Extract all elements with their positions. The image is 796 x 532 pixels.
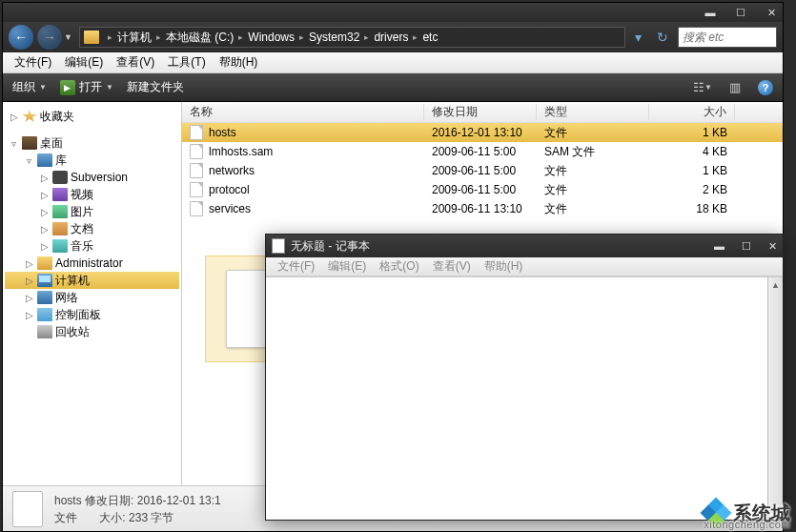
preview-pane-button[interactable]: ▥ (725, 79, 745, 96)
breadcrumb-segment[interactable]: Windows (248, 31, 295, 44)
chevron-down-icon: ▼ (106, 83, 113, 92)
tree-administrator[interactable]: ▷Administrator (5, 255, 179, 272)
col-name[interactable]: 名称 (182, 104, 424, 120)
menu-help[interactable]: 帮助(H) (214, 52, 264, 72)
menu-tools[interactable]: 工具(T) (162, 52, 211, 72)
breadcrumb-segment[interactable]: 本地磁盘 (C:) (166, 30, 234, 46)
breadcrumb-segment[interactable]: System32 (309, 31, 359, 44)
tree-network[interactable]: ▷网络 (5, 289, 179, 306)
col-size[interactable]: 大小 (649, 104, 735, 120)
file-icon (190, 201, 203, 216)
file-date: 2016-12-01 13:10 (424, 126, 537, 139)
breadcrumb-segment[interactable]: etc (422, 31, 438, 44)
file-type: 文件 (537, 182, 649, 198)
file-type: 文件 (537, 201, 649, 217)
explorer-titlebar: ▬ ☐ ✕ (3, 3, 783, 22)
notepad-minimize-button[interactable]: ▬ (714, 240, 725, 253)
file-size: 18 KB (649, 202, 735, 215)
computer-icon (37, 274, 52, 287)
tree-music[interactable]: ▷音乐 (5, 237, 179, 255)
help-button[interactable]: ? (758, 80, 773, 95)
file-row[interactable]: networks2009-06-11 5:00文件1 KB (182, 161, 783, 180)
notepad-titlebar[interactable]: 无标题 - 记事本 ▬ ☐ ✕ (266, 235, 783, 257)
star-icon (22, 110, 37, 123)
maximize-button[interactable]: ☐ (735, 7, 746, 18)
tree-favorites[interactable]: ▷收藏夹 (5, 108, 179, 125)
col-date[interactable]: 修改日期 (424, 104, 537, 120)
notepad-maximize-button[interactable]: ☐ (742, 240, 751, 253)
menu-view[interactable]: 查看(V) (111, 52, 160, 72)
notepad-close-button[interactable]: ✕ (768, 240, 777, 253)
file-row[interactable]: lmhosts.sam2009-06-11 5:00SAM 文件4 KB (182, 142, 783, 161)
refresh-dropdown-icon[interactable]: ▾ (635, 30, 642, 45)
file-size: 4 KB (649, 145, 735, 158)
tree-pictures[interactable]: ▷图片 (5, 203, 179, 220)
file-row[interactable]: protocol2009-06-11 5:00文件2 KB (182, 180, 783, 199)
file-date: 2009-06-11 5:00 (424, 145, 537, 158)
tree-control-panel[interactable]: ▷控制面板 (5, 306, 179, 323)
tree-computer[interactable]: ▷计算机 (5, 272, 179, 289)
breadcrumb[interactable]: ▸ 计算机▸ 本地磁盘 (C:)▸ Windows▸ System32▸ dri… (79, 27, 625, 48)
network-icon (37, 291, 52, 304)
organize-button[interactable]: 组织 ▼ (12, 79, 47, 95)
file-icon (190, 144, 203, 159)
watermark: 系统城 xitongcheng.com (703, 500, 790, 526)
close-button[interactable]: ✕ (765, 7, 777, 18)
notepad-menubar: 文件(F) 编辑(E) 格式(O) 查看(V) 帮助(H) (266, 257, 783, 276)
file-size: 1 KB (649, 126, 735, 139)
breadcrumb-segment[interactable]: drivers (374, 31, 408, 44)
file-type: 文件 (537, 125, 649, 141)
open-button[interactable]: ▶ 打开 ▼ (60, 79, 113, 95)
view-options-button[interactable]: ☷ ▼ (693, 79, 712, 96)
file-type: 文件 (537, 163, 649, 179)
file-name: hosts (209, 126, 236, 139)
file-date: 2009-06-11 5:00 (424, 164, 537, 177)
np-menu-help[interactable]: 帮助(H) (479, 257, 529, 276)
watermark-url: xitongcheng.com (704, 519, 790, 530)
file-name: services (209, 202, 251, 215)
np-menu-format[interactable]: 格式(O) (374, 257, 424, 276)
folder-icon (84, 31, 99, 44)
file-type: SAM 文件 (537, 144, 649, 160)
menu-file[interactable]: 文件(F) (9, 52, 57, 72)
file-row[interactable]: services2009-06-11 13:10文件18 KB (182, 199, 783, 218)
desktop-icon (22, 136, 37, 150)
menu-edit[interactable]: 编辑(E) (59, 52, 109, 72)
np-menu-file[interactable]: 文件(F) (272, 257, 320, 276)
chevron-down-icon: ▼ (39, 83, 47, 92)
tree-desktop[interactable]: ▿桌面 (5, 134, 179, 152)
tree-video[interactable]: ▷视频 (5, 186, 179, 203)
arrow-right-icon: → (43, 30, 56, 45)
nav-history-dropdown[interactable]: ▼ (64, 32, 75, 42)
col-type[interactable]: 类型 (537, 104, 649, 120)
tree-documents[interactable]: ▷文档 (5, 220, 179, 237)
music-icon (52, 239, 68, 253)
control-panel-icon (37, 308, 52, 321)
scroll-up-icon[interactable]: ▲ (768, 277, 783, 293)
user-folder-icon (37, 256, 52, 270)
refresh-icon[interactable]: ↻ (657, 30, 668, 45)
tree-recycle[interactable]: 回收站 (5, 323, 179, 340)
file-date: 2009-06-11 5:00 (424, 183, 537, 196)
search-input[interactable] (678, 27, 777, 48)
np-menu-edit[interactable]: 编辑(E) (322, 257, 372, 276)
scrollbar-vertical[interactable]: ▲ ▼ (767, 277, 783, 520)
notepad-icon (272, 238, 285, 254)
recycle-bin-icon (37, 325, 52, 338)
tree-subversion[interactable]: ▷Subversion (5, 169, 179, 186)
video-icon (52, 188, 68, 201)
np-menu-view[interactable]: 查看(V) (427, 257, 477, 276)
tree-library[interactable]: ▿库 (5, 152, 179, 169)
back-button[interactable]: ← (9, 25, 33, 50)
file-size: 1 KB (649, 164, 735, 177)
breadcrumb-segment[interactable]: 计算机 (117, 30, 152, 46)
file-icon (12, 491, 43, 527)
minimize-button[interactable]: ▬ (704, 7, 716, 18)
notepad-text-area[interactable]: ▲ ▼ (266, 276, 783, 520)
new-folder-button[interactable]: 新建文件夹 (127, 79, 184, 95)
file-icon (190, 125, 203, 140)
chevron-right-icon: ▸ (108, 32, 112, 42)
forward-button[interactable]: → (37, 25, 62, 50)
file-row[interactable]: hosts2016-12-01 13:10文件1 KB (182, 123, 783, 142)
nav-tree: ▷收藏夹 ▿桌面 ▿库 ▷Subversion ▷视频 ▷图片 ▷文档 ▷音乐 … (3, 102, 182, 485)
